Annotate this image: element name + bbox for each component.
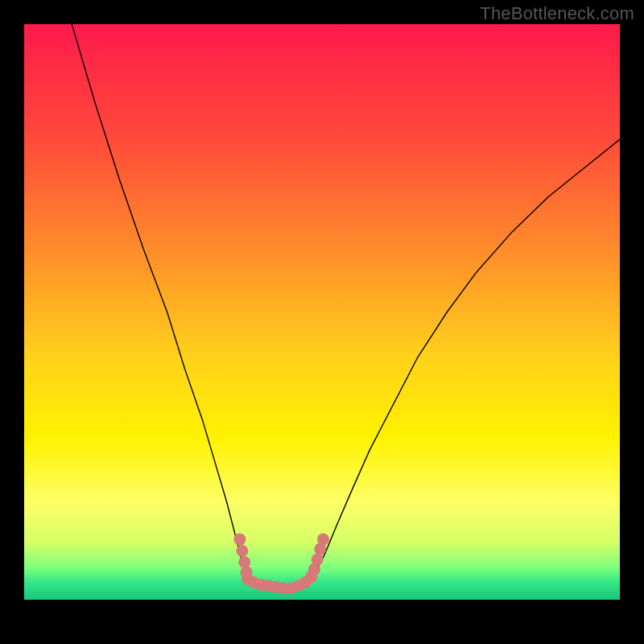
chart-frame: TheBottleneck.com xyxy=(0,0,644,644)
overlay-dot xyxy=(312,553,324,565)
gradient-background xyxy=(24,24,620,600)
overlay-dot xyxy=(317,533,329,545)
watermark-text: TheBottleneck.com xyxy=(480,3,634,24)
chart-svg xyxy=(24,24,620,600)
overlay-dot xyxy=(233,533,246,545)
overlay-dot xyxy=(236,545,248,557)
plot-area xyxy=(24,24,620,600)
